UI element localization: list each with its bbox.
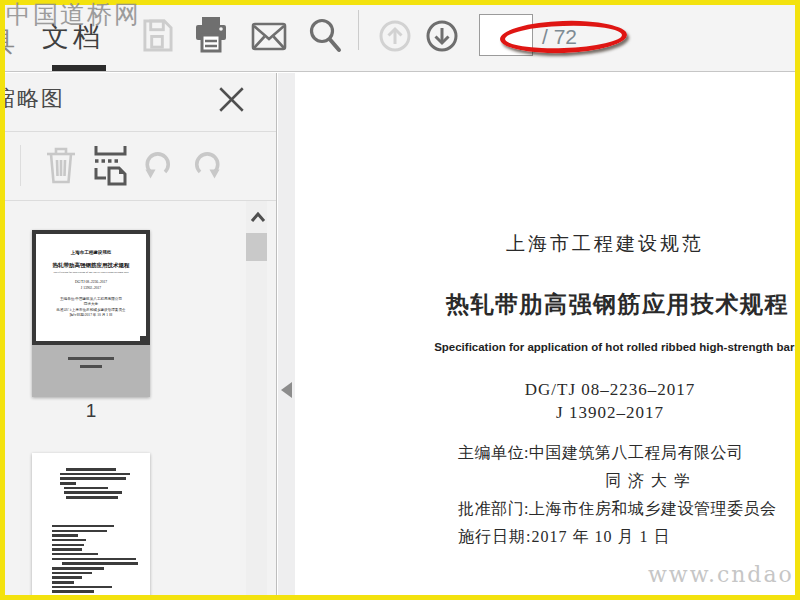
- save-icon[interactable]: [142, 18, 173, 53]
- panel-gutter: [278, 73, 295, 600]
- search-icon[interactable]: [308, 17, 344, 55]
- scroll-up-icon[interactable]: [250, 211, 266, 223]
- print-icon[interactable]: [194, 16, 228, 54]
- thumb-toolbar-separator: [20, 145, 21, 186]
- thumbnails-panel: 缩略图: [0, 73, 277, 600]
- doc-approval-dept: 批准部门:上海市住房和城乡建设管理委员会: [458, 499, 776, 520]
- next-page-icon[interactable]: [425, 19, 459, 53]
- email-icon[interactable]: [251, 22, 287, 51]
- previous-page-icon[interactable]: [378, 19, 412, 53]
- viewport-resize-handle[interactable]: [140, 336, 149, 345]
- rotate-right-icon[interactable]: [191, 149, 224, 183]
- doc-chief-editor: 主编单位:中国建筑第八工程局有限公司: [458, 443, 743, 464]
- doc-title: 热轧带肋高强钢筋应用技术规程: [435, 289, 800, 320]
- thumb-toolbar-divider: [0, 200, 276, 201]
- panel-title: 缩略图: [0, 84, 65, 114]
- delete-page-icon[interactable]: [44, 145, 78, 186]
- doc-record-code: J 13902–2017: [460, 403, 760, 423]
- thumbnail-page-1[interactable]: 上海市工程建设规范 热轧带肋高强钢筋应用技术规程 Specification f…: [32, 230, 150, 397]
- close-panel-icon[interactable]: [218, 86, 245, 113]
- viewport-indicator[interactable]: [32, 230, 150, 345]
- active-tab-underline: [52, 65, 106, 71]
- toolbar-separator: [358, 10, 359, 50]
- panel-header-divider: [0, 131, 276, 132]
- doc-heading: 上海市工程建设规范: [455, 231, 755, 257]
- watermark-bottom-right: www.cndao.com: [648, 562, 800, 587]
- doc-title-english: Specification for application of hot rol…: [430, 341, 800, 353]
- pdf-viewer-window: 具 文档: [0, 0, 800, 600]
- thumbnail-dimmed-area: [32, 345, 150, 397]
- collapse-panel-icon[interactable]: [281, 382, 292, 398]
- rotate-left-icon[interactable]: [141, 149, 174, 183]
- thumbnail-page-2[interactable]: [32, 453, 150, 600]
- document-page: 上海市工程建设规范 热轧带肋高强钢筋应用技术规程 Specification f…: [295, 73, 800, 600]
- thumbnail-1-page-number: 1: [32, 400, 150, 422]
- thumbnail-scrollbar-thumb[interactable]: [246, 233, 267, 261]
- extract-pages-icon[interactable]: [93, 144, 128, 187]
- watermark-top-left: 中国道桥网: [6, 0, 141, 31]
- doc-standard-code: DG/TJ 08–2236–2017: [460, 380, 760, 400]
- doc-chief-editor-2: 同济大学: [605, 471, 697, 492]
- doc-effective-date: 施行日期:2017 年 10 月 1 日: [458, 527, 670, 548]
